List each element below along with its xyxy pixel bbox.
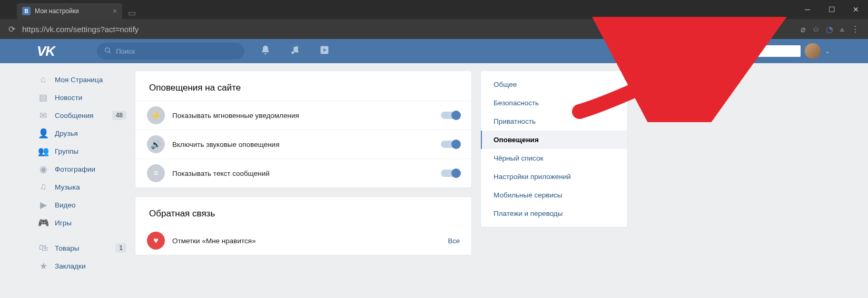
bookmark-icon: ★ <box>38 261 48 271</box>
key-icon[interactable]: ⌀ <box>801 24 806 34</box>
sidebar-item-friends[interactable]: 👤 Друзья <box>31 124 126 142</box>
vk-header: VK ⌄ <box>0 39 868 63</box>
home-icon: ⌂ <box>38 74 48 85</box>
settings-nav-payments[interactable]: Платежи и переводы <box>481 204 627 223</box>
window-maximize-button[interactable]: ☐ <box>820 0 844 19</box>
music-icon: ♫ <box>38 182 48 192</box>
profile-name <box>753 45 801 57</box>
feedback-row-likes: ♥ Отметки «Мне нравится» Все <box>135 226 471 255</box>
sidebar-item-music[interactable]: ♫ Музыка <box>31 178 126 196</box>
tab-title: Мои настройки <box>35 7 113 15</box>
notifications-icon[interactable] <box>260 45 271 58</box>
settings-nav-app-settings[interactable]: Настройки приложений <box>481 167 627 186</box>
svg-line-1 <box>109 51 111 53</box>
sidebar-item-label: Сообщения <box>55 112 93 120</box>
news-icon: ▤ <box>38 92 48 103</box>
card-title: Оповещения на сайте <box>135 71 471 101</box>
sidebar-item-label: Видео <box>55 201 75 209</box>
sidebar-item-bookmarks[interactable]: ★ Закладки <box>31 257 126 275</box>
heart-icon: ♥ <box>147 232 165 250</box>
sidebar-item-label: Товары <box>55 244 79 252</box>
settings-nav-notifications[interactable]: Оповещения <box>481 131 627 149</box>
market-icon: 🛍 <box>38 243 48 253</box>
avatar-icon <box>805 43 821 59</box>
sidebar-item-label: Группы <box>55 147 78 155</box>
card-title: Обратная связь <box>135 197 471 226</box>
vk-favicon-icon: B <box>22 7 31 15</box>
music-player-icon[interactable] <box>290 45 300 58</box>
sidebar-item-games[interactable]: 🎮 Игры <box>31 214 126 232</box>
video-icon: ▶ <box>38 200 48 210</box>
chevron-down-icon: ⌄ <box>825 47 830 55</box>
games-icon: 🎮 <box>38 217 48 228</box>
search-icon <box>104 47 112 56</box>
browser-tab[interactable]: B Мои настройки × <box>17 3 122 19</box>
sidebar-item-label: Закладки <box>55 262 85 270</box>
vk-logo-icon[interactable]: VK <box>37 43 55 59</box>
sidebar: ⌂ Моя Страница ▤ Новости ✉ Сообщения 48 … <box>31 71 126 275</box>
reload-icon[interactable]: ⟳ <box>4 22 19 36</box>
sidebar-item-news[interactable]: ▤ Новости <box>31 88 126 106</box>
setting-row-instant: ⚡ Показывать мгновенные уведомления <box>135 101 471 130</box>
new-tab-button[interactable]: ▭ <box>125 6 138 19</box>
play-icon[interactable] <box>319 45 330 58</box>
messages-icon: ✉ <box>38 110 48 121</box>
main-content: Оповещения на сайте ⚡ Показывать мгновен… <box>135 71 472 275</box>
toggle-instant[interactable] <box>441 112 460 119</box>
settings-nav-mobile[interactable]: Мобильные сервисы <box>481 186 627 204</box>
window-minimize-button[interactable]: ─ <box>795 0 820 19</box>
site-notifications-card: Оповещения на сайте ⚡ Показывать мгновен… <box>135 71 472 188</box>
url-input[interactable] <box>19 22 801 36</box>
all-link[interactable]: Все <box>448 237 460 245</box>
setting-row-sound: 🔊 Включить звуковые оповещения <box>135 130 471 158</box>
sidebar-item-label: Моя Страница <box>55 76 103 84</box>
sidebar-item-messages[interactable]: ✉ Сообщения 48 <box>31 106 126 124</box>
window-close-button[interactable]: ✕ <box>844 0 868 19</box>
lightning-icon: ⚡ <box>147 106 165 124</box>
browser-address-bar: ⟳ ⌀ ☆ ◔ ⟁ ⋮ <box>0 19 868 39</box>
setting-label: Отметки «Мне нравится» <box>172 237 448 245</box>
sidebar-item-label: Фотографии <box>55 165 95 173</box>
photos-icon: ◉ <box>38 164 48 174</box>
tab-close-icon[interactable]: × <box>113 7 117 15</box>
settings-nav-security[interactable]: Безопасность <box>481 94 627 112</box>
svg-point-0 <box>105 47 110 52</box>
setting-label: Включить звуковые оповещения <box>172 141 441 148</box>
svg-point-3 <box>296 50 299 53</box>
extension2-icon[interactable]: ⟁ <box>840 24 845 34</box>
sidebar-item-photos[interactable]: ◉ Фотографии <box>31 160 126 178</box>
settings-nav: Общее Безопасность Приватность Оповещени… <box>480 71 628 227</box>
profile-menu[interactable]: ⌄ <box>753 43 830 59</box>
sidebar-item-groups[interactable]: 👥 Группы <box>31 142 126 160</box>
friends-icon: 👤 <box>38 128 48 138</box>
setting-label: Показывать мгновенные уведомления <box>172 112 441 120</box>
search-input[interactable] <box>116 47 237 55</box>
search-field[interactable] <box>97 43 244 59</box>
sidebar-item-label: Игры <box>55 219 72 227</box>
groups-icon: 👥 <box>38 146 48 156</box>
speaker-icon: 🔊 <box>147 135 165 153</box>
messages-badge: 48 <box>112 111 126 120</box>
toggle-text[interactable] <box>441 170 460 177</box>
settings-nav-privacy[interactable]: Приватность <box>481 112 627 131</box>
setting-row-text: ≡ Показывать текст сообщений <box>135 158 471 187</box>
market-badge: 1 <box>115 243 126 253</box>
feedback-card: Обратная связь ♥ Отметки «Мне нравится» … <box>135 196 472 255</box>
sidebar-item-video[interactable]: ▶ Видео <box>31 196 126 214</box>
setting-label: Показывать текст сообщений <box>172 170 441 177</box>
menu-icon[interactable]: ⋮ <box>851 24 860 34</box>
sidebar-item-label: Музыка <box>55 183 80 191</box>
sidebar-item-my-page[interactable]: ⌂ Моя Страница <box>31 71 126 88</box>
svg-point-2 <box>291 51 294 54</box>
settings-nav-blacklist[interactable]: Чёрный список <box>481 149 627 167</box>
text-icon: ≡ <box>147 164 165 182</box>
extension-icon[interactable]: ◔ <box>826 24 833 34</box>
toggle-sound[interactable] <box>441 141 460 148</box>
browser-titlebar: B Мои настройки × ▭ ─ ☐ ✕ <box>0 0 868 19</box>
settings-nav-general[interactable]: Общее <box>481 75 627 94</box>
sidebar-item-market[interactable]: 🛍 Товары 1 <box>31 239 126 257</box>
star-icon[interactable]: ☆ <box>812 24 820 34</box>
sidebar-item-label: Друзья <box>55 130 78 137</box>
sidebar-item-label: Новости <box>55 94 82 102</box>
